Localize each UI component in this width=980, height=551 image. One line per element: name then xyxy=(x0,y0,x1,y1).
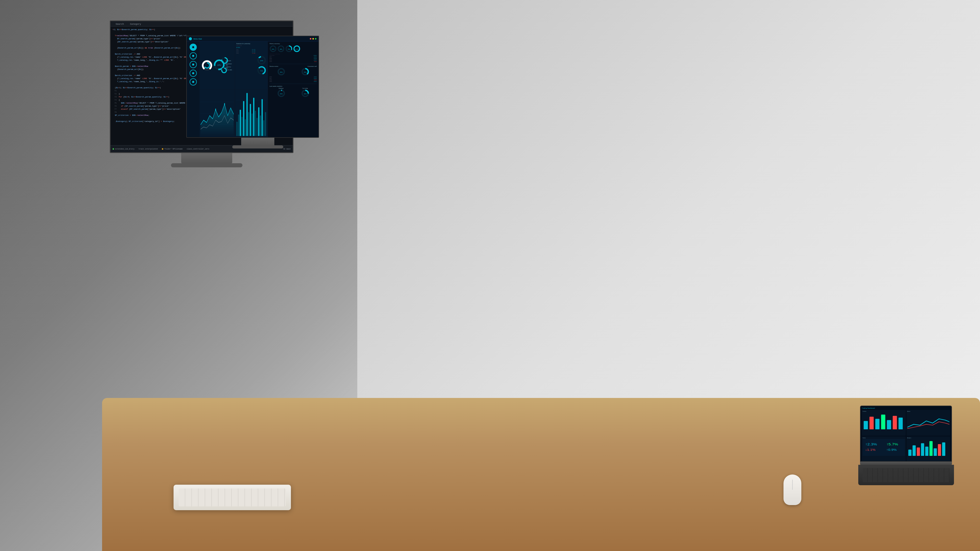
laptop-chart-4-title: Analytics xyxy=(907,437,950,438)
history-accuracy-title: History accuracy xyxy=(269,43,317,44)
nov-year-2017: 2017 xyxy=(269,78,272,79)
acc-row-2020: 2020 -0.321 xyxy=(269,61,317,62)
acc-row-2017: 2017 +0.211 xyxy=(269,56,317,58)
nav-item-5[interactable] xyxy=(189,78,197,86)
desk-keyboard xyxy=(173,485,291,510)
acc-row-date: 2016-2018 12.211 xyxy=(269,55,317,56)
laptop-chart-2: Market xyxy=(907,410,950,436)
acc-circle-3: 75% xyxy=(285,45,293,52)
tab-category[interactable]: Category xyxy=(127,22,144,26)
min-dot[interactable] xyxy=(312,38,314,40)
svg-rect-89 xyxy=(934,448,937,456)
lw-section-database: Database 40% xyxy=(269,88,293,97)
lw-database-label: Database xyxy=(279,88,283,89)
history-accuracy-section: History accuracy 22% 30% xyxy=(269,43,317,62)
stats-title: Statistics for yesterday xyxy=(236,43,256,44)
nav-item-3[interactable] xyxy=(189,61,197,68)
val-2020: -0.321 xyxy=(252,53,256,54)
year-2017: 2017 xyxy=(236,49,239,50)
nov-row-2016: 2016 +0.211 xyxy=(269,76,317,78)
year-2019: 2019 xyxy=(236,52,239,52)
svg-rect-25 xyxy=(238,114,239,136)
svg-rect-40 xyxy=(263,120,264,136)
circle-stat-1: 12% xyxy=(257,56,266,65)
svg-rect-84 xyxy=(912,445,915,456)
svg-rect-83 xyxy=(908,449,912,456)
right-monitor-screen: Beta Stat xyxy=(186,36,319,138)
laptop-screen-container: Trading Dashboard Portfolio xyxy=(860,406,952,462)
svg-text:↑0.9%: ↑0.9% xyxy=(886,448,897,451)
right-monitor: Beta Stat xyxy=(186,36,329,153)
svg-text:12%: 12% xyxy=(260,60,263,62)
novice-header: Novice novice Consistent self xyxy=(269,65,317,67)
novice-left: 30% xyxy=(269,68,293,76)
max-dot[interactable] xyxy=(315,38,317,40)
pie-chart-group: CPU xyxy=(213,59,226,73)
accuracy-circles: 22% 30% 75% xyxy=(269,45,317,52)
nav-inner-3 xyxy=(192,64,194,65)
laptop-chart-2-title: Market xyxy=(907,411,950,412)
dashboard-grid: CPU ■ Network: 75% xyxy=(200,41,267,137)
last-weeks-section: Last weeks statistics Database 40% Cost … xyxy=(269,86,317,98)
nav-item-2[interactable] xyxy=(189,52,197,59)
stats-content: Statistics for yesterday 2016-2018 12.21… xyxy=(236,43,266,88)
status-dot-yellow xyxy=(162,148,163,150)
dashboard-header: Beta Stat xyxy=(187,36,318,41)
nov-year-2018: 2018 xyxy=(269,79,272,81)
svg-rect-28 xyxy=(243,101,244,136)
laptop-content: Trading Dashboard Portfolio xyxy=(861,406,951,461)
val-2018: +0.131 xyxy=(252,50,256,51)
pie-charts-panel: CPU ■ Network: 75% xyxy=(200,41,235,89)
svg-text:May: May xyxy=(250,136,251,136)
status-item-2: track.interpolated xyxy=(138,148,158,150)
svg-text:↑5.7%: ↑5.7% xyxy=(886,442,898,446)
novice-circle-1: 30% xyxy=(277,68,285,76)
svg-rect-33 xyxy=(251,114,253,136)
svg-text:Jul: Jul xyxy=(256,136,257,136)
lw-circle-1: 40% xyxy=(277,89,285,97)
svg-rect-35 xyxy=(255,110,256,136)
laptop-base-bar xyxy=(860,462,952,465)
acc-val-2020: -0.321 xyxy=(314,61,317,62)
dashboard-title: Beta Stat xyxy=(193,38,202,40)
acc-val-main: 12.211 xyxy=(313,55,317,56)
svg-text:Jan: Jan xyxy=(237,136,238,136)
last-weeks-title: Last weeks statistics xyxy=(269,86,317,87)
svg-point-19 xyxy=(215,108,216,111)
svg-rect-76 xyxy=(893,416,897,429)
svg-rect-36 xyxy=(256,118,258,136)
nav-inner-2 xyxy=(192,55,194,57)
stats-value-main: 12.211 xyxy=(236,47,256,48)
right-monitor-base xyxy=(232,145,283,148)
nov-val-2017: +0.221 xyxy=(313,78,317,79)
left-monitor-stand xyxy=(181,153,232,163)
tab-search[interactable]: Search xyxy=(113,22,127,26)
close-dot[interactable] xyxy=(310,38,311,40)
nav-item-4[interactable] xyxy=(189,70,197,77)
laptop: Trading Dashboard Portfolio xyxy=(858,406,955,487)
dashboard-controls xyxy=(310,38,317,40)
nov-year-2016: 2016 xyxy=(269,76,272,78)
circle-stat-2: 73% xyxy=(257,66,266,75)
svg-rect-41 xyxy=(265,112,266,136)
svg-rect-91 xyxy=(942,442,945,456)
val-2019: +0.211 xyxy=(252,52,256,52)
novice-right: 80% xyxy=(293,68,317,76)
novice-circle-2: 80% xyxy=(301,68,309,76)
line-chart-svg xyxy=(200,91,234,136)
svg-text:80%: 80% xyxy=(304,71,307,73)
lw-cost-label: Cost rating xyxy=(302,88,308,89)
desk-surface xyxy=(102,398,980,551)
laptop-chart-1-title: Portfolio xyxy=(862,411,905,412)
svg-rect-38 xyxy=(260,115,261,136)
accuracy-year-rows: Statistics for yesterday 2016-2018 12.21… xyxy=(269,53,317,62)
laptop-chart-4: Analytics xyxy=(907,437,950,462)
svg-rect-24 xyxy=(236,122,238,136)
nav-item-1[interactable] xyxy=(189,44,197,51)
acc-year-2019: 2019 xyxy=(269,59,272,61)
nov-row-2017: 2017 +0.221 xyxy=(269,78,317,79)
novice-label: Novice novice xyxy=(269,65,278,67)
svg-text:CPU: CPU xyxy=(218,64,221,66)
status-file-1: extended_lib_brary xyxy=(115,148,135,150)
laptop-chart-1-svg xyxy=(862,413,905,429)
